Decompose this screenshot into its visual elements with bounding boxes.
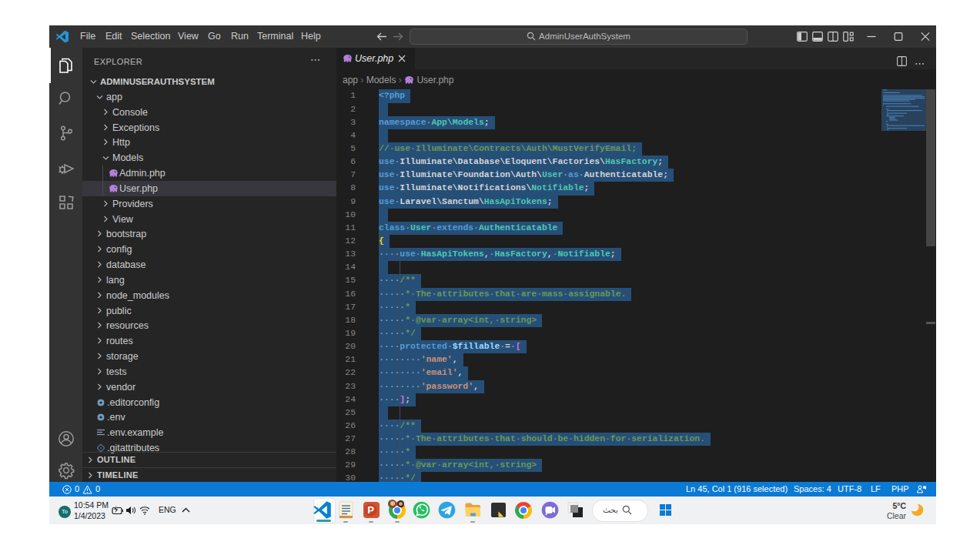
svg-text:P: P [367, 504, 374, 516]
